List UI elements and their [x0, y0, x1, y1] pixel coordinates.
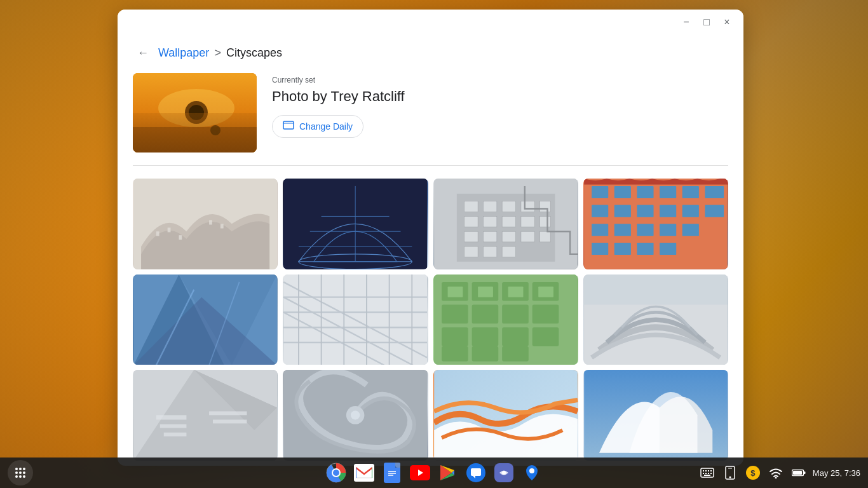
- change-daily-button[interactable]: Change Daily: [272, 115, 363, 138]
- launcher-button[interactable]: [8, 460, 33, 485]
- svg-rect-45: [660, 186, 676, 198]
- gallery-item[interactable]: [283, 274, 428, 365]
- svg-rect-210: [710, 473, 712, 474]
- svg-rect-25: [520, 201, 534, 212]
- minimize-button[interactable]: −: [677, 13, 695, 31]
- svg-point-178: [15, 471, 18, 474]
- gallery-item[interactable]: [433, 179, 578, 269]
- taskbar-docs[interactable]: [379, 460, 405, 485]
- gallery-item[interactable]: [583, 274, 728, 365]
- taskbar: $ May 25, 7:36: [0, 458, 868, 488]
- wifi-icon[interactable]: [767, 464, 785, 482]
- gallery-item[interactable]: [283, 370, 428, 461]
- svg-rect-91: [532, 304, 559, 323]
- close-button[interactable]: ×: [718, 13, 736, 31]
- taskbar-left: [8, 460, 33, 485]
- gallery-item[interactable]: [283, 179, 428, 269]
- svg-rect-95: [532, 327, 559, 346]
- gallery-item[interactable]: [433, 370, 578, 461]
- svg-point-200: [502, 471, 506, 475]
- svg-rect-218: [793, 471, 802, 475]
- breadcrumb-wallpaper[interactable]: Wallpaper: [158, 46, 209, 60]
- taskbar-youtube[interactable]: [407, 460, 433, 485]
- svg-rect-36: [539, 231, 550, 242]
- svg-rect-101: [508, 287, 523, 297]
- svg-rect-30: [520, 216, 534, 227]
- svg-rect-53: [705, 205, 724, 217]
- battery-icon[interactable]: [790, 464, 808, 482]
- current-wallpaper-thumbnail[interactable]: [133, 73, 257, 152]
- phone-icon[interactable]: [721, 464, 739, 482]
- svg-rect-207: [703, 473, 704, 474]
- svg-rect-34: [502, 231, 515, 242]
- svg-rect-56: [637, 224, 653, 236]
- svg-rect-38: [483, 247, 496, 257]
- current-wallpaper-info: Currently set Photo by Trey Ratcliff Cha…: [272, 73, 405, 138]
- svg-rect-90: [502, 304, 529, 323]
- svg-rect-10: [168, 227, 171, 232]
- svg-rect-32: [464, 231, 477, 242]
- svg-point-180: [23, 471, 25, 474]
- taskbar-playstore[interactable]: [435, 460, 461, 485]
- svg-rect-6: [283, 121, 294, 129]
- svg-rect-26: [539, 201, 550, 212]
- maximize-button[interactable]: □: [698, 13, 715, 31]
- svg-rect-206: [710, 470, 712, 471]
- svg-rect-47: [705, 186, 724, 198]
- svg-rect-37: [464, 247, 477, 257]
- nav-area: ← Wallpaper > Cityscapes: [118, 35, 743, 73]
- svg-point-5: [210, 125, 220, 135]
- svg-rect-43: [614, 186, 630, 198]
- gallery-item[interactable]: [583, 179, 728, 269]
- svg-rect-217: [803, 471, 805, 474]
- svg-point-176: [19, 468, 22, 470]
- window-controls: − □ ×: [677, 13, 736, 31]
- svg-rect-52: [682, 205, 698, 217]
- gallery-item[interactable]: [133, 370, 278, 461]
- title-bar: − □ ×: [118, 10, 743, 35]
- svg-rect-111: [209, 412, 247, 416]
- svg-rect-50: [637, 205, 653, 217]
- svg-rect-98: [502, 346, 529, 362]
- svg-rect-108: [156, 416, 187, 420]
- svg-rect-46: [682, 186, 698, 198]
- taskbar-gmail[interactable]: [351, 460, 377, 485]
- taskbar-chrome[interactable]: [323, 460, 349, 485]
- taskbar-messages[interactable]: [463, 460, 489, 485]
- taskbar-maps[interactable]: [519, 460, 545, 485]
- svg-rect-211: [704, 475, 710, 476]
- svg-rect-100: [478, 287, 493, 297]
- svg-rect-39: [502, 247, 515, 257]
- svg-rect-110: [164, 433, 187, 437]
- keyboard-icon[interactable]: [698, 464, 716, 482]
- gallery-item[interactable]: [133, 179, 278, 269]
- gallery-item[interactable]: [133, 274, 278, 365]
- wallet-icon[interactable]: $: [744, 464, 762, 482]
- system-time[interactable]: May 25, 7:36: [813, 468, 860, 478]
- gallery-item[interactable]: [583, 370, 728, 461]
- svg-point-115: [351, 411, 360, 420]
- svg-rect-61: [637, 243, 653, 255]
- svg-rect-204: [705, 470, 707, 471]
- change-daily-label: Change Daily: [299, 121, 353, 132]
- current-wallpaper-image: [133, 73, 257, 152]
- currently-set-label: Currently set: [272, 76, 405, 85]
- svg-rect-3: [133, 127, 257, 152]
- svg-rect-48: [592, 205, 608, 217]
- svg-rect-109: [160, 424, 187, 428]
- svg-rect-198: [471, 468, 481, 476]
- back-arrow-icon: ←: [137, 46, 149, 60]
- svg-rect-24: [502, 201, 515, 212]
- svg-rect-0: [133, 73, 257, 152]
- taskbar-linear[interactable]: [491, 460, 517, 485]
- svg-rect-51: [660, 205, 676, 217]
- gallery-scroll-area[interactable]: [118, 166, 743, 466]
- gallery-item[interactable]: [433, 274, 578, 365]
- svg-rect-104: [584, 274, 728, 305]
- svg-point-175: [15, 468, 18, 470]
- svg-rect-11: [179, 235, 182, 240]
- change-daily-icon: [283, 121, 294, 132]
- svg-rect-89: [471, 304, 498, 323]
- back-button[interactable]: ←: [133, 43, 153, 63]
- breadcrumb-cityscapes: Cityscapes: [226, 46, 282, 60]
